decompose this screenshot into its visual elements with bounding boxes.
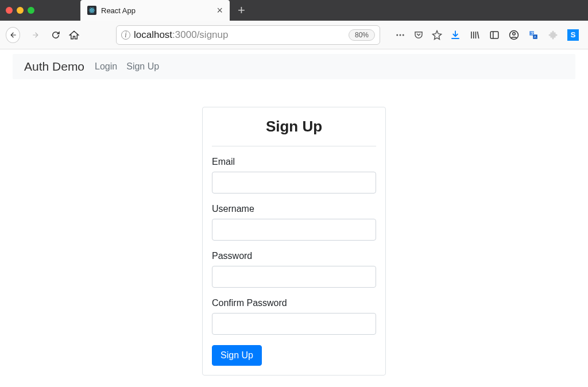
svg-text:A: A [534, 35, 536, 38]
svg-point-5 [400, 34, 401, 36]
page-content: Auth Demo Login Sign Up Sign Up Email Us… [0, 54, 588, 376]
username-label: Username [212, 204, 376, 214]
reload-icon [51, 30, 61, 40]
react-favicon-icon [87, 6, 96, 15]
puzzle-icon [548, 30, 558, 40]
browser-tab[interactable]: React App × [80, 0, 230, 21]
nav-signup-link[interactable]: Sign Up [126, 61, 159, 72]
page-actions-button[interactable] [395, 30, 405, 40]
account-button[interactable] [509, 30, 519, 40]
stylish-extension-button[interactable]: S [567, 29, 579, 41]
app-navbar: Auth Demo Login Sign Up [13, 54, 575, 79]
new-tab-button[interactable]: + [238, 3, 245, 18]
site-info-icon[interactable]: i [121, 30, 130, 40]
ellipsis-icon [395, 30, 405, 40]
password-label: Password [212, 251, 376, 261]
window-zoom-button[interactable] [28, 7, 34, 14]
download-icon [450, 30, 461, 40]
pocket-icon [413, 30, 424, 40]
home-icon [69, 30, 79, 40]
email-input[interactable] [212, 172, 376, 194]
browser-toolbar: i localhost:3000/signup 80% 文A [0, 21, 588, 49]
address-bar[interactable]: i localhost:3000/signup 80% [116, 25, 380, 45]
pocket-button[interactable] [413, 30, 424, 40]
confirm-password-input[interactable] [212, 313, 376, 335]
url-path: :3000/signup [172, 29, 228, 40]
svg-point-6 [403, 34, 404, 36]
bookmark-button[interactable] [432, 30, 442, 40]
svg-text:文: 文 [531, 31, 534, 35]
card-heading: Sign Up [212, 118, 376, 146]
svg-rect-7 [490, 32, 498, 38]
svg-point-4 [396, 34, 398, 36]
signup-form: Email Username Password Confirm Password… [203, 146, 385, 375]
account-icon [509, 30, 519, 40]
signup-submit-button[interactable]: Sign Up [212, 345, 262, 366]
extension-button[interactable] [548, 30, 558, 40]
library-icon [470, 30, 480, 40]
browser-tab-strip: React App × + [0, 0, 588, 21]
email-label: Email [212, 157, 376, 167]
home-button[interactable] [69, 30, 79, 40]
svg-point-0 [91, 10, 92, 11]
sidebar-button[interactable] [489, 30, 500, 40]
arrow-right-icon [32, 31, 40, 39]
url-host: localhost [134, 29, 172, 40]
toolbar-right: 文A S [450, 29, 582, 41]
confirm-password-label: Confirm Password [212, 298, 376, 308]
window-minimize-button[interactable] [17, 7, 24, 14]
confirm-group: Confirm Password [212, 298, 376, 335]
arrow-left-icon [9, 31, 17, 39]
close-tab-icon[interactable]: × [216, 5, 223, 17]
nav-login-link[interactable]: Login [95, 61, 117, 72]
password-input[interactable] [212, 266, 376, 288]
username-group: Username [212, 204, 376, 241]
username-input[interactable] [212, 219, 376, 241]
sidebar-icon [489, 30, 500, 40]
email-group: Email [212, 157, 376, 194]
star-icon [432, 30, 442, 40]
forward-button[interactable] [28, 27, 42, 43]
window-traffic-lights [6, 7, 34, 14]
signup-card: Sign Up Email Username Password Confirm … [202, 107, 386, 376]
svg-point-10 [513, 32, 516, 35]
back-button[interactable] [6, 27, 20, 43]
stylish-badge: S [567, 29, 579, 41]
translate-icon: 文A [528, 30, 539, 40]
url-text: localhost:3000/signup [134, 29, 345, 41]
reload-button[interactable] [51, 30, 61, 40]
zoom-badge[interactable]: 80% [349, 29, 375, 41]
password-group: Password [212, 251, 376, 288]
library-button[interactable] [470, 30, 480, 40]
tab-title: React App [101, 6, 212, 15]
downloads-button[interactable] [450, 30, 461, 40]
window-close-button[interactable] [6, 7, 13, 14]
app-brand[interactable]: Auth Demo [24, 60, 84, 73]
translate-button[interactable]: 文A [528, 30, 539, 40]
